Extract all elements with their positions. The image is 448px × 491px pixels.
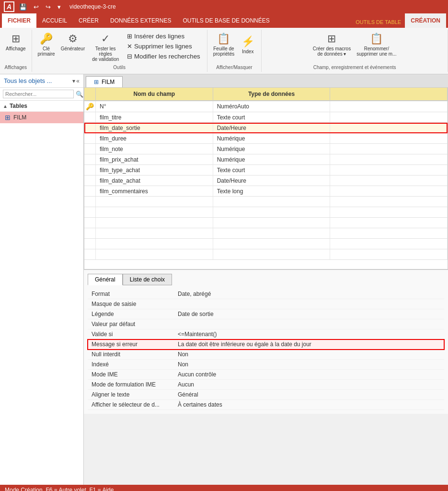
creer-macros-icon: ⊞ xyxy=(327,33,336,45)
props-row: Afficher le sélecteur de d... À certaine… xyxy=(88,400,444,410)
table-row[interactable]: film_date_achat Date/Heure xyxy=(84,175,448,186)
tab-outils[interactable]: OUTILS DE BASE DE DONNÉES xyxy=(177,13,275,28)
props-tab-general[interactable]: Général xyxy=(88,274,123,285)
redo-btn[interactable]: ↪ xyxy=(44,2,53,12)
td-extra xyxy=(330,101,448,112)
td-extra xyxy=(330,239,448,249)
td-key xyxy=(84,249,96,259)
generateur-label: Générateur xyxy=(61,46,85,51)
table-row[interactable] xyxy=(84,207,448,218)
outils-label: Outils xyxy=(113,63,126,70)
td-type xyxy=(213,228,331,238)
table-tab-icon: ⊞ xyxy=(94,79,99,85)
tab-fichier[interactable]: FICHIER xyxy=(2,13,36,28)
td-field xyxy=(96,218,213,228)
table-row[interactable]: film_note Numérique xyxy=(84,144,448,154)
sidebar-item-film[interactable]: ⊞ FILM xyxy=(0,112,83,123)
td-extra xyxy=(330,133,448,143)
creer-macros-btn[interactable]: ⊞ Créer des macrosde données ▾ xyxy=(311,32,353,58)
search-icon: 🔍 xyxy=(76,91,83,98)
td-extra xyxy=(330,249,448,259)
cle-primaire-btn[interactable]: 🔑 Cléprimaire xyxy=(36,32,57,58)
table-row[interactable]: film_date_sortie Date/Heure xyxy=(84,123,448,133)
th-key xyxy=(84,88,96,100)
td-field: film_commentaires xyxy=(96,186,213,196)
tab-donnees[interactable]: DONNÉES EXTERNES xyxy=(104,13,177,28)
table-row[interactable] xyxy=(84,197,448,207)
prop-value[interactable]: Aucun contrôle xyxy=(174,370,444,380)
tab-creation[interactable]: CRÉATION xyxy=(405,13,446,28)
prop-value[interactable]: Date de sortie xyxy=(174,309,444,319)
prop-label: Message si erreur xyxy=(88,339,174,350)
th-field: Nom du champ xyxy=(96,88,213,100)
td-field: film_type_achat xyxy=(96,165,213,175)
table-tab-film[interactable]: ⊞ FILM xyxy=(86,76,123,87)
qat-dropdown-btn[interactable]: ▾ xyxy=(56,2,63,12)
table-row[interactable] xyxy=(84,218,448,228)
renommer-btn[interactable]: 📋 Renommer/supprimer une m... xyxy=(355,32,398,58)
generateur-btn[interactable]: ⚙ Générateur xyxy=(59,32,87,52)
access-logo: A xyxy=(4,1,14,12)
feuille-icon: 📋 xyxy=(217,33,230,45)
props-row: Aligner le texte Général xyxy=(88,390,444,400)
table-row[interactable]: film_prix_achat Numérique xyxy=(84,154,448,165)
tester-btn[interactable]: ✓ Tester les règlesde validation xyxy=(89,32,122,63)
sidebar-title: Tous les objets ... xyxy=(4,77,52,84)
renommer-icon: 📋 xyxy=(370,33,383,45)
prop-value[interactable]: Aucun xyxy=(174,380,444,390)
supprimer-label: Supprimer les lignes xyxy=(134,43,192,50)
prop-value[interactable] xyxy=(174,319,444,329)
modifier-label: Modifier les recherches xyxy=(134,53,200,60)
inserer-btn[interactable]: ⊞ Insérer des lignes xyxy=(124,32,203,41)
prop-value[interactable]: Général xyxy=(174,390,444,400)
prop-value[interactable]: Non xyxy=(174,360,444,370)
table-tabs: ⊞ FILM xyxy=(84,74,448,87)
td-type: Numérique xyxy=(213,133,331,143)
sidebar-menu-btn[interactable]: ▾ xyxy=(72,78,75,84)
index-icon: ⚡ xyxy=(241,35,254,48)
prop-value[interactable] xyxy=(174,299,444,309)
prop-label: Légende xyxy=(88,309,174,319)
index-btn[interactable]: ⚡ Index xyxy=(238,35,257,55)
sidebar: Tous les objets ... ▾ « 🔍 ▲ Tables ⊞ FIL… xyxy=(0,74,84,485)
table-row[interactable] xyxy=(84,249,448,260)
table-row[interactable]: film_type_achat Texte court xyxy=(84,165,448,175)
table-row[interactable]: film_titre Texte court xyxy=(84,112,448,123)
prop-value[interactable]: La date doit être inférieure ou égale à … xyxy=(174,339,444,350)
prop-label: Format xyxy=(88,289,174,299)
prop-value[interactable]: Non xyxy=(174,350,444,360)
supprimer-btn[interactable]: ✕ Supprimer les lignes xyxy=(124,42,203,51)
supprimer-icon: ✕ xyxy=(127,43,134,50)
tab-creer[interactable]: CRÉER xyxy=(73,13,104,28)
props-tab-liste[interactable]: Liste de choix xyxy=(123,274,172,285)
prop-value[interactable]: À certaines dates xyxy=(174,400,444,410)
save-quick-btn[interactable]: 💾 xyxy=(17,2,29,12)
status-bar: Mode Création. F6 = Autre volet. F1 = Ai… xyxy=(0,485,448,491)
td-extra xyxy=(330,154,448,164)
prop-value[interactable]: <=Maintenant() xyxy=(174,329,444,339)
td-key xyxy=(84,207,96,217)
feuille-btn[interactable]: 📋 Feuille depropriétés xyxy=(211,32,236,58)
main-area: Tous les objets ... ▾ « 🔍 ▲ Tables ⊞ FIL… xyxy=(0,74,448,485)
props-row: Masque de saisie xyxy=(88,299,444,309)
table-row[interactable]: film_duree Numérique xyxy=(84,133,448,144)
table-row[interactable] xyxy=(84,239,448,249)
sidebar-search-input[interactable] xyxy=(3,90,74,98)
sidebar-collapse-btn[interactable]: « xyxy=(76,78,80,84)
creer-macros-label: Créer des macrosde données ▾ xyxy=(313,46,351,57)
table-row[interactable]: 🔑 N° NuméroAuto xyxy=(84,101,448,112)
table-row[interactable]: film_commentaires Texte long xyxy=(84,186,448,197)
td-extra xyxy=(330,228,448,238)
modifier-btn[interactable]: ⊟ Modifier les recherches xyxy=(124,52,203,61)
td-extra xyxy=(330,165,448,175)
sidebar-header: Tous les objets ... ▾ « xyxy=(0,74,83,88)
td-field: film_date_sortie xyxy=(96,123,213,133)
affichages-label: Affichages xyxy=(5,63,27,70)
affichage-btn[interactable]: ⊞ Affichage xyxy=(4,32,28,52)
table-design: Nom du champ Type de données 🔑 N° Numéro… xyxy=(84,87,448,269)
prop-value[interactable]: Date, abrégé xyxy=(174,289,444,299)
table-row[interactable] xyxy=(84,228,448,239)
sidebar-search-area: 🔍 xyxy=(0,88,83,101)
tab-accueil[interactable]: ACCUEIL xyxy=(36,13,73,28)
undo-btn[interactable]: ↩ xyxy=(32,2,41,12)
